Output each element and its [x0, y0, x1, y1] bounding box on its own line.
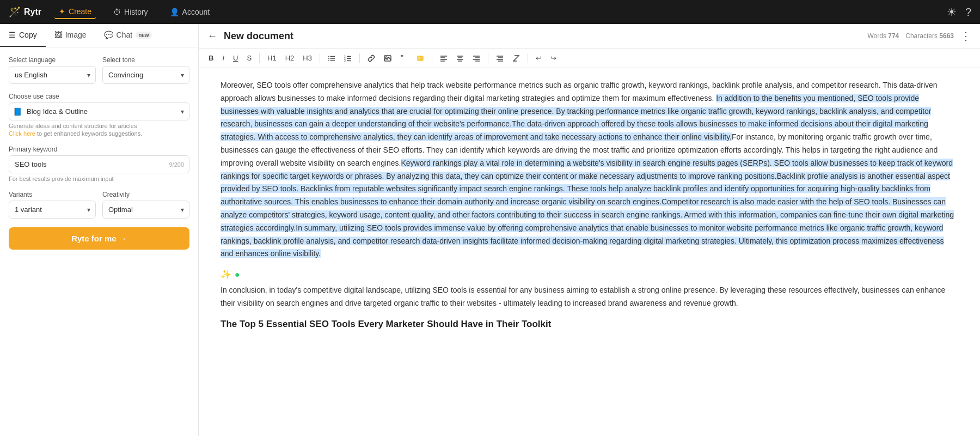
highlight-button[interactable]: A: [413, 52, 427, 64]
align-center-icon: [456, 55, 464, 62]
undo-button[interactable]: ↩: [532, 52, 545, 64]
word-count-value: 774: [888, 32, 899, 40]
navbar-account[interactable]: 👤 Account: [166, 5, 215, 19]
paragraph-conclusion: In conclusion, in today's competitive di…: [220, 284, 958, 310]
h3-button[interactable]: H3: [299, 52, 315, 64]
sun-icon[interactable]: ☀: [947, 5, 957, 19]
svg-point-4: [328, 59, 329, 60]
ryte-button[interactable]: Ryte for me →: [9, 227, 189, 250]
remove-format-button[interactable]: [509, 52, 523, 64]
language-select[interactable]: us English UK English Spanish French: [9, 66, 96, 84]
tab-copy[interactable]: ☰ Copy: [0, 24, 46, 47]
keyword-input[interactable]: [9, 155, 189, 173]
sidebar: ☰ Copy 🖼 Image 💬 Chat new Select languag…: [0, 24, 199, 436]
ordered-list-button[interactable]: 1. 2. 3.: [341, 52, 355, 64]
tone-label: Select tone: [102, 56, 189, 64]
link-icon: [367, 55, 375, 62]
keyword-section: Primary keyword 9/200 For best results p…: [9, 146, 189, 182]
keyword-count: 9/200: [169, 161, 184, 168]
creativity-label: Creativity: [102, 191, 189, 198]
selected-para-6: In summary, utilizing SEO tools provides…: [220, 223, 944, 258]
svg-text:A: A: [418, 57, 420, 60]
strikethrough-button[interactable]: S: [243, 52, 255, 64]
creativity-select-wrapper: Optimal High Max: [102, 201, 189, 219]
use-case-section: Choose use case 📘 Blog Idea & Outline Bl…: [9, 93, 189, 137]
logo-text: Rytr: [24, 7, 41, 17]
tone-group: Select tone Convincing Formal Casual Ent…: [102, 56, 189, 84]
document-title: New document: [224, 31, 861, 42]
align-left-button[interactable]: [437, 52, 451, 64]
variants-select-wrapper: 1 variant 2 variants 3 variants: [9, 201, 96, 219]
toolbar-separator-3: [359, 53, 360, 63]
green-dot-icon: ●: [235, 267, 240, 282]
bullet-list-icon: [328, 55, 335, 62]
tab-chat[interactable]: 💬 Chat new: [95, 24, 161, 47]
image-insert-icon: [384, 55, 391, 62]
word-count-label: Words 774: [867, 32, 899, 40]
creativity-select[interactable]: Optimal High Max: [102, 201, 189, 219]
indent-button[interactable]: [493, 52, 507, 64]
tab-image[interactable]: 🖼 Image: [46, 24, 95, 47]
back-button[interactable]: ←: [207, 31, 217, 42]
navbar-history-label: History: [124, 8, 148, 16]
toolbar-separator-1: [259, 53, 260, 63]
h2-button[interactable]: H2: [282, 52, 298, 64]
use-case-hint: Click here to get enhanced keywords sugg…: [9, 130, 189, 137]
editor-content[interactable]: Moreover, SEO tools offer comprehensive …: [199, 68, 980, 436]
underline-button[interactable]: U: [230, 52, 241, 64]
navbar-create-label: Create: [69, 7, 91, 16]
toolbar-separator-4: [432, 53, 432, 63]
language-tone-row: Select language us English UK English Sp…: [9, 56, 189, 84]
more-options-button[interactable]: ⋮: [960, 29, 971, 43]
svg-text:3.: 3.: [344, 59, 346, 62]
svg-point-0: [328, 56, 329, 57]
image-button[interactable]: [381, 52, 395, 64]
chat-icon: 💬: [104, 31, 113, 39]
language-select-wrapper: us English UK English Spanish French: [9, 66, 96, 84]
remove-format-icon: [512, 55, 520, 62]
align-center-button[interactable]: [453, 52, 467, 64]
paragraph-intro: Moreover, SEO tools offer comprehensive …: [220, 79, 958, 261]
keyword-hint-text: For best results provide maximum input: [9, 175, 114, 182]
svg-line-33: [513, 56, 519, 61]
variants-group: Variants 1 variant 2 variants 3 variants: [9, 191, 96, 219]
navbar-history[interactable]: ⏱ History: [109, 5, 152, 19]
use-case-select[interactable]: Blog Idea & Outline Blog Section Writing…: [9, 102, 189, 120]
toolbar-separator-5: [488, 53, 488, 63]
redo-button[interactable]: ↪: [547, 52, 560, 64]
h1-button[interactable]: H1: [264, 52, 280, 64]
char-count-value: 5663: [939, 32, 954, 40]
sidebar-tabs: ☰ Copy 🖼 Image 💬 Chat new: [0, 24, 198, 47]
account-icon: 👤: [170, 8, 179, 16]
help-icon[interactable]: ?: [965, 6, 971, 19]
highlight-icon: A: [416, 55, 424, 62]
use-case-label: Choose use case: [9, 93, 189, 100]
variants-select[interactable]: 1 variant 2 variants 3 variants: [9, 201, 96, 219]
logo-icon: 🪄: [9, 6, 21, 18]
ordered-list-icon: 1. 2. 3.: [344, 55, 352, 62]
align-left-icon: [440, 55, 448, 62]
keywords-link[interactable]: Click here: [9, 130, 35, 137]
svg-point-2: [328, 58, 329, 59]
bold-button[interactable]: B: [205, 52, 217, 64]
article-heading: The Top 5 Essential SEO Tools Every Mark…: [220, 317, 958, 332]
image-icon: 🖼: [54, 31, 62, 39]
navbar-account-label: Account: [182, 8, 210, 16]
tone-select-wrapper: Convincing Formal Casual Enthusiastic: [102, 66, 189, 84]
navbar: 🪄 Rytr ✦ Create ⏱ History 👤 Account ☀ ?: [0, 0, 980, 24]
italic-button[interactable]: I: [219, 52, 228, 64]
use-case-select-wrapper: 📘 Blog Idea & Outline Blog Section Writi…: [9, 102, 189, 120]
tab-chat-label: Chat: [117, 31, 133, 39]
variants-label: Variants: [9, 191, 96, 198]
navbar-create[interactable]: ✦ Create: [54, 5, 96, 19]
logo[interactable]: 🪄 Rytr: [9, 6, 41, 18]
quote-button[interactable]: ": [397, 52, 411, 64]
editor-header: ← New document Words 774 Characters 5663…: [199, 24, 980, 49]
bullet-list-button[interactable]: [324, 52, 339, 64]
creativity-group: Creativity Optimal High Max: [102, 191, 189, 219]
toolbar-separator-2: [320, 53, 320, 63]
align-right-button[interactable]: [469, 52, 483, 64]
link-button[interactable]: [364, 52, 378, 64]
sidebar-content: Select language us English UK English Sp…: [0, 47, 198, 436]
tone-select[interactable]: Convincing Formal Casual Enthusiastic: [102, 66, 189, 84]
